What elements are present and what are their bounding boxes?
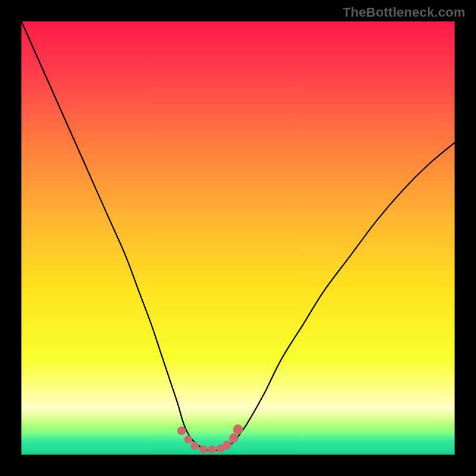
- bottom-dot: [199, 446, 207, 453]
- bottom-dot: [191, 442, 199, 450]
- bottom-dot: [233, 425, 243, 434]
- frame: TheBottleneck.com: [0, 0, 476, 476]
- chart-svg-layer: [21, 21, 455, 455]
- watermark-label: TheBottleneck.com: [343, 5, 465, 20]
- bottom-dot: [184, 436, 192, 443]
- bottleneck-curve: [21, 21, 455, 450]
- bottom-dot: [177, 427, 186, 435]
- bottom-dots-group: [177, 425, 243, 453]
- bottom-dot: [208, 446, 216, 453]
- bottom-dot: [229, 434, 238, 443]
- bottom-dot: [223, 441, 231, 449]
